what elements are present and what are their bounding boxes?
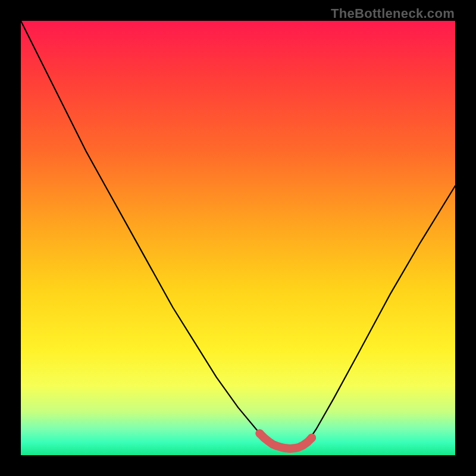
marker-end-dot (308, 434, 316, 442)
marker-start-dot (256, 430, 264, 438)
chart-svg (21, 21, 455, 455)
chart-plot-area (21, 21, 455, 455)
bottleneck-curve-line (21, 21, 455, 449)
optimal-range-marker (260, 434, 312, 449)
attribution-label: TheBottleneck.com (331, 6, 455, 21)
